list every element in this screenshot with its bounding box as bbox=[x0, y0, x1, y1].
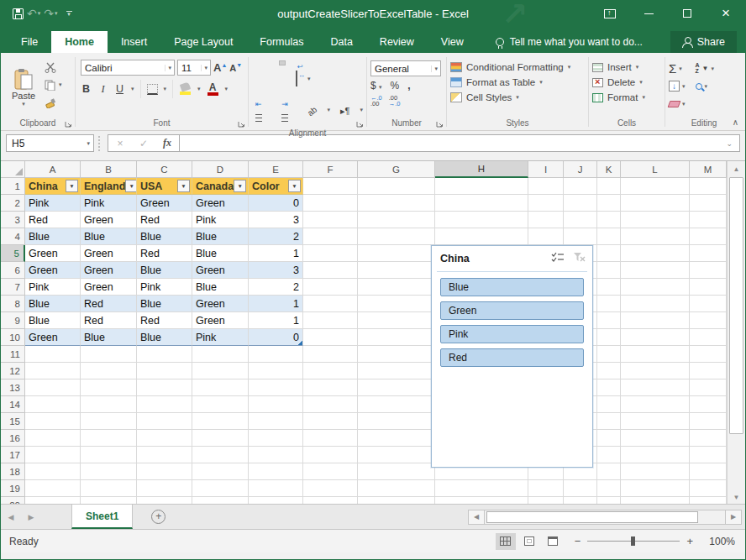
cell-F14[interactable] bbox=[303, 396, 358, 413]
cell-B12[interactable] bbox=[81, 363, 137, 379]
cell-B11[interactable] bbox=[81, 346, 137, 363]
font-dialog-launcher-icon[interactable] bbox=[238, 120, 246, 128]
cell-I1[interactable] bbox=[528, 178, 564, 195]
row-header-7[interactable]: 7 bbox=[1, 279, 25, 296]
cell-G13[interactable] bbox=[358, 379, 435, 396]
cell-D9[interactable]: Green bbox=[192, 312, 249, 329]
cell-C6[interactable]: Blue bbox=[137, 262, 192, 279]
cell-styles-button[interactable]: Cell Styles▾ bbox=[450, 92, 570, 102]
delete-cells-button[interactable]: Delete▾ bbox=[592, 77, 645, 87]
horizontal-scroll-thumb[interactable] bbox=[486, 511, 698, 523]
row-header-14[interactable]: 14 bbox=[1, 396, 25, 413]
cell-L10[interactable] bbox=[621, 329, 690, 346]
vertical-scrollbar[interactable]: ▲ ▼ bbox=[727, 161, 745, 504]
cell-E16[interactable] bbox=[249, 430, 303, 447]
cell-G15[interactable] bbox=[358, 413, 435, 430]
cell-M20[interactable] bbox=[690, 497, 727, 504]
slicer-panel[interactable]: China BlueGreenPinkRed bbox=[431, 245, 593, 468]
column-header-K[interactable]: K bbox=[597, 161, 621, 178]
minimize-icon[interactable] bbox=[629, 1, 668, 26]
cell-H2[interactable] bbox=[435, 195, 528, 212]
row-header-19[interactable]: 19 bbox=[1, 480, 25, 497]
customize-qat-icon[interactable]: ▾ bbox=[66, 11, 72, 16]
cell-I2[interactable] bbox=[528, 195, 564, 212]
cell-I3[interactable] bbox=[528, 212, 564, 228]
cell-A3[interactable]: Red bbox=[25, 212, 81, 228]
cell-G17[interactable] bbox=[358, 447, 435, 463]
cell-G16[interactable] bbox=[358, 430, 435, 447]
cell-F2[interactable] bbox=[303, 195, 358, 212]
cell-G20[interactable] bbox=[358, 497, 435, 504]
format-painter-button[interactable] bbox=[45, 96, 62, 109]
row-header-20[interactable]: 20 bbox=[1, 497, 25, 504]
row-header-4[interactable]: 4 bbox=[1, 228, 25, 245]
cell-B3[interactable]: Green bbox=[81, 212, 137, 228]
cell-K11[interactable] bbox=[597, 346, 621, 363]
tab-page-layout[interactable]: Page Layout bbox=[160, 31, 246, 53]
cell-D2[interactable]: Green bbox=[192, 195, 249, 212]
cell-L5[interactable] bbox=[621, 245, 690, 262]
row-header-12[interactable]: 12 bbox=[1, 363, 25, 379]
cell-E17[interactable] bbox=[249, 447, 303, 463]
column-header-M[interactable]: M bbox=[690, 161, 727, 178]
cell-C2[interactable]: Green bbox=[137, 195, 192, 212]
cell-C19[interactable] bbox=[137, 480, 192, 497]
cell-C3[interactable]: Red bbox=[137, 212, 192, 228]
slicer-item-blue[interactable]: Blue bbox=[440, 278, 584, 296]
cell-F18[interactable] bbox=[303, 463, 358, 480]
cell-D17[interactable] bbox=[192, 447, 249, 463]
cell-C9[interactable]: Red bbox=[137, 312, 192, 329]
decrease-decimal-button[interactable]: .00→.0 bbox=[389, 95, 401, 107]
cell-L12[interactable] bbox=[621, 363, 690, 379]
cell-M3[interactable] bbox=[690, 212, 727, 228]
cell-M1[interactable] bbox=[690, 178, 727, 195]
filter-dropdown-icon[interactable]: ▼ bbox=[125, 180, 137, 192]
copy-button[interactable]: ▾ bbox=[45, 78, 62, 92]
format-as-table-button[interactable]: Format as Table▾ bbox=[450, 77, 570, 87]
cell-B13[interactable] bbox=[81, 379, 137, 396]
cell-M15[interactable] bbox=[690, 413, 727, 430]
cell-J20[interactable] bbox=[564, 497, 597, 504]
cell-F9[interactable] bbox=[303, 312, 358, 329]
horizontal-scroll-track[interactable] bbox=[485, 510, 725, 525]
filter-dropdown-icon[interactable]: ▼ bbox=[288, 180, 301, 192]
cell-L20[interactable] bbox=[621, 497, 690, 504]
cell-E9[interactable]: 1 bbox=[249, 312, 303, 329]
row-header-11[interactable]: 11 bbox=[1, 346, 25, 363]
cell-D18[interactable] bbox=[192, 463, 249, 480]
cell-D14[interactable] bbox=[192, 396, 249, 413]
accounting-format-button[interactable]: $ ▾ bbox=[370, 80, 382, 92]
cell-L17[interactable] bbox=[621, 447, 690, 463]
cell-K13[interactable] bbox=[597, 379, 621, 396]
cell-E7[interactable]: 2 bbox=[249, 279, 303, 296]
cell-I4[interactable] bbox=[528, 228, 564, 245]
cell-F20[interactable] bbox=[303, 497, 358, 504]
cell-D19[interactable] bbox=[192, 480, 249, 497]
cell-D8[interactable]: Green bbox=[192, 296, 249, 312]
tab-file[interactable]: File bbox=[8, 31, 51, 53]
cell-F19[interactable] bbox=[303, 480, 358, 497]
page-break-view-icon[interactable] bbox=[543, 533, 563, 550]
tab-data[interactable]: Data bbox=[317, 31, 365, 53]
insert-function-icon[interactable]: fx bbox=[155, 137, 179, 149]
cell-F6[interactable] bbox=[303, 262, 358, 279]
cell-K6[interactable] bbox=[597, 262, 621, 279]
column-header-J[interactable]: J bbox=[564, 161, 597, 178]
filter-dropdown-icon[interactable]: ▼ bbox=[177, 180, 190, 192]
paste-button[interactable]: Paste ▾ bbox=[4, 57, 43, 118]
column-header-A[interactable]: A bbox=[25, 161, 81, 178]
cell-B20[interactable] bbox=[81, 497, 137, 504]
format-cells-button[interactable]: Format▾ bbox=[592, 92, 645, 102]
cancel-icon[interactable]: × bbox=[108, 138, 132, 149]
cell-L4[interactable] bbox=[621, 228, 690, 245]
cell-A18[interactable] bbox=[25, 463, 81, 480]
cell-A4[interactable]: Blue bbox=[25, 228, 81, 245]
name-box[interactable]: H5 ▾ bbox=[6, 134, 94, 152]
redo-icon[interactable]: ↷▾ bbox=[44, 7, 57, 20]
cell-A5[interactable]: Green bbox=[25, 245, 81, 262]
cell-E3[interactable]: 3 bbox=[249, 212, 303, 228]
cell-G1[interactable] bbox=[358, 178, 435, 195]
tab-view[interactable]: View bbox=[428, 31, 477, 53]
font-size-combo[interactable]: 11▾ bbox=[177, 60, 211, 76]
row-header-8[interactable]: 8 bbox=[1, 296, 25, 312]
